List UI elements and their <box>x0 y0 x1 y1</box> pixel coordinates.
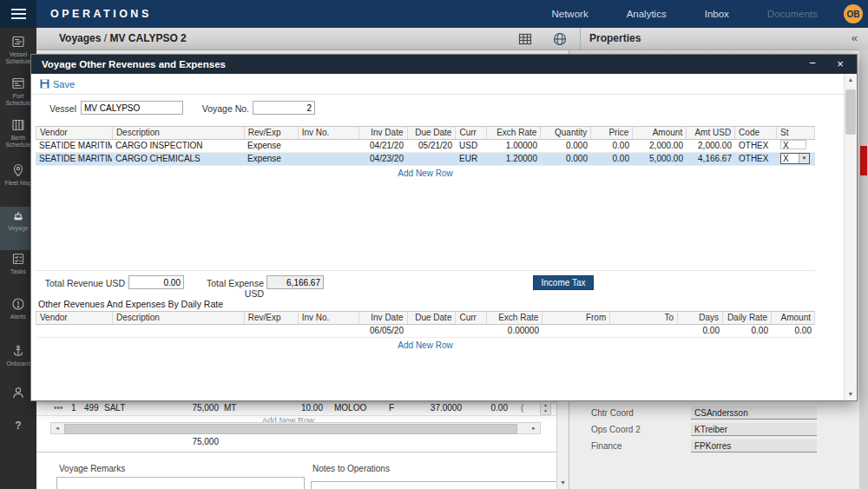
grid-view-icon[interactable] <box>517 31 533 47</box>
column-header-amt-usd[interactable]: Amt USD <box>687 127 735 139</box>
column-header-curr[interactable]: Curr <box>456 312 487 324</box>
cell-vendor[interactable]: SEATIDE MARITIM <box>36 153 112 165</box>
table-row[interactable]: SEATIDE MARITIM CARGO INSPECTION Expense… <box>36 140 815 153</box>
column-header-description[interactable]: Description <box>113 127 245 139</box>
column-header-exch-rate[interactable]: Exch Rate <box>487 127 541 139</box>
cell-quantity[interactable]: 0.000 <box>541 140 591 152</box>
nav-analytics[interactable]: Analytics <box>627 9 667 19</box>
sidebar-item-help[interactable]: ? <box>0 417 36 450</box>
column-header-description[interactable]: Description <box>113 312 245 324</box>
cargo-row[interactable]: ••• 1 499 SALT 75,000 MT 10.00 MOLOO F 3… <box>36 401 556 416</box>
cell-inv-no[interactable] <box>298 325 358 337</box>
column-header-curr[interactable]: Curr <box>456 127 487 139</box>
cell-description[interactable] <box>112 325 244 337</box>
table-row-selected[interactable]: SEATIDE MARITIM CARGO CHEMICALS Expense … <box>36 153 815 166</box>
cell-amount[interactable]: 0.00 <box>772 325 815 337</box>
cell-amt-usd[interactable]: 4,166.67 <box>687 153 735 165</box>
cell-daily-rate[interactable]: 0.00 <box>723 325 772 337</box>
column-header-exch-rate[interactable]: Exch Rate <box>487 312 542 324</box>
cell-exch-rate[interactable]: 0.00000 <box>487 325 542 337</box>
cell-code[interactable]: OTHEX <box>735 153 777 165</box>
chtr-coord-field[interactable] <box>691 406 817 420</box>
cell-due-date[interactable] <box>407 325 456 337</box>
voyage-no-field[interactable] <box>253 101 315 115</box>
scroll-down-icon[interactable]: ▼ <box>845 388 857 400</box>
cell-from[interactable] <box>542 325 610 337</box>
cell-amount[interactable]: 5,000.00 <box>633 153 687 165</box>
cell-st[interactable]: X ▼ <box>777 153 815 165</box>
column-header-due-date[interactable]: Due Date <box>408 312 457 324</box>
scrollbar-thumb[interactable] <box>845 89 856 135</box>
scroll-up-icon[interactable]: ▲ <box>845 74 857 86</box>
scroll-left-icon[interactable]: ◄ <box>51 423 63 433</box>
save-button[interactable]: Save <box>31 74 844 95</box>
row-menu-icon[interactable]: ••• <box>54 403 63 413</box>
cell-amount[interactable]: 2,000.00 <box>633 140 687 152</box>
column-header-st[interactable]: St <box>777 127 815 139</box>
cell-exch-rate[interactable]: 1.00000 <box>487 140 541 152</box>
column-header-daily-rate[interactable]: Daily Rate <box>723 312 772 324</box>
cell-amt-usd[interactable]: 2,000.00 <box>687 140 735 152</box>
nav-network[interactable]: Network <box>551 9 588 19</box>
column-header-amount[interactable]: Amount <box>772 312 815 324</box>
column-header-revexp[interactable]: Rev/Exp <box>245 127 299 139</box>
cell-curr[interactable]: EUR <box>456 153 487 165</box>
column-header-days[interactable]: Days <box>678 312 723 324</box>
ops-coord-2-field[interactable] <box>691 423 817 436</box>
table-row[interactable]: 06/05/20 0.00000 0.00 0.00 0.00 <box>36 325 815 338</box>
cell-inv-date[interactable]: 04/23/20 <box>358 153 407 165</box>
minimize-icon[interactable]: − <box>805 55 820 74</box>
cell-inv-no[interactable] <box>298 140 358 152</box>
cell-curr[interactable]: USD <box>456 140 487 152</box>
hamburger-menu-button[interactable] <box>0 0 36 28</box>
add-new-row-link[interactable]: Add New Row <box>36 338 815 353</box>
scroll-right-icon[interactable]: ► <box>528 423 540 433</box>
total-expense-field[interactable] <box>266 275 324 289</box>
vessel-field[interactable] <box>81 101 183 115</box>
column-header-vendor[interactable]: Vendor <box>36 312 113 324</box>
column-header-quantity[interactable]: Quantity <box>541 127 591 139</box>
scroll-down-icon[interactable]: ▼ <box>543 408 548 413</box>
column-header-to[interactable]: To <box>610 312 678 324</box>
st-value[interactable]: X <box>780 140 806 149</box>
cell-vendor[interactable] <box>36 325 112 337</box>
cell-revexp[interactable] <box>244 325 298 337</box>
column-header-price[interactable]: Price <box>591 127 633 139</box>
horizontal-scrollbar[interactable]: ◄ ► <box>50 422 541 434</box>
income-tax-button[interactable]: Income Tax <box>533 275 594 290</box>
cell-revexp[interactable]: Expense <box>244 153 298 165</box>
cell-code[interactable]: OTHEX <box>735 140 777 152</box>
notes-to-operations-textarea[interactable] <box>311 481 561 489</box>
modal-titlebar[interactable]: Voyage Other Revenues and Expenses − × <box>31 55 857 74</box>
cargo-grid-scrollbar[interactable]: ▲ ▼ <box>540 401 551 415</box>
nav-inbox[interactable]: Inbox <box>705 9 729 19</box>
column-header-inv-no[interactable]: Inv No. <box>299 127 359 139</box>
cell-due-date[interactable]: 05/21/20 <box>407 140 456 152</box>
column-header-from[interactable]: From <box>542 312 610 324</box>
column-header-due-date[interactable]: Due Date <box>408 127 457 139</box>
column-header-inv-no[interactable]: Inv No. <box>299 312 359 324</box>
nav-documents[interactable]: Documents <box>767 9 818 19</box>
cell-description[interactable]: CARGO INSPECTION <box>112 140 244 152</box>
cell-due-date[interactable] <box>407 153 456 165</box>
cell-quantity[interactable]: 0.000 <box>541 153 591 165</box>
collapse-panel-icon[interactable]: « <box>852 28 858 50</box>
scroll-down-icon[interactable]: ▼ <box>557 477 569 489</box>
st-dropdown[interactable]: X ▼ <box>780 153 810 164</box>
cell-price[interactable]: 0.00 <box>591 153 633 165</box>
cell-vendor[interactable]: SEATIDE MARITIM <box>36 140 112 152</box>
column-header-vendor[interactable]: Vendor <box>36 127 113 139</box>
avatar[interactable]: OB <box>844 4 863 23</box>
cell-inv-date[interactable]: 06/05/20 <box>358 325 407 337</box>
column-header-inv-date[interactable]: Inv Date <box>359 312 408 324</box>
scrollbar-thumb[interactable] <box>64 424 517 434</box>
column-header-code[interactable]: Code <box>735 127 777 139</box>
cell-inv-date[interactable]: 04/21/20 <box>358 140 407 152</box>
cell-description[interactable]: CARGO CHEMICALS <box>112 153 244 165</box>
total-revenue-field[interactable] <box>128 275 184 289</box>
cell-to[interactable] <box>610 325 678 337</box>
globe-icon[interactable] <box>552 31 568 47</box>
modal-vertical-scrollbar[interactable]: ▲ ▼ <box>844 74 857 400</box>
column-header-revexp[interactable]: Rev/Exp <box>245 312 299 324</box>
cell-exch-rate[interactable]: 1.20000 <box>487 153 541 165</box>
